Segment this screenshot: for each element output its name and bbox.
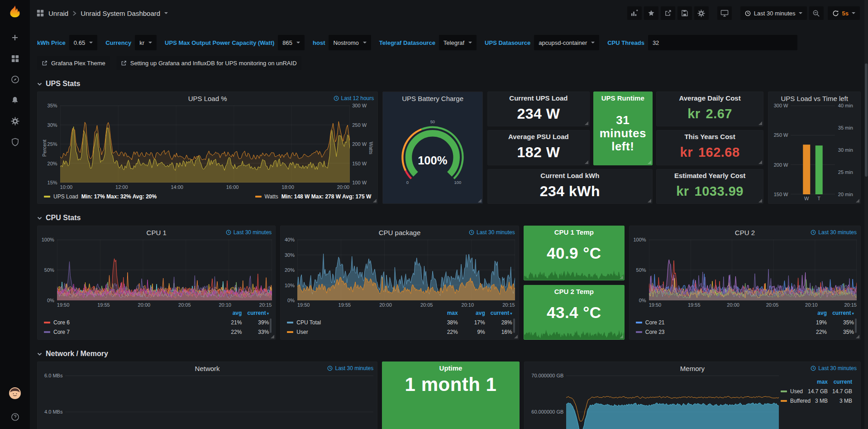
legend-series[interactable]: WattsMin: 148 W Max: 278 W Avg: 175 W	[255, 193, 372, 200]
legend-series[interactable]: UPS LoadMin: 17% Max: 32% Avg: 20%	[44, 193, 157, 200]
panel-resize-handle[interactable]	[620, 335, 623, 338]
legend-series[interactable]: Core 722%33%	[44, 327, 269, 337]
panel-resize-handle[interactable]	[856, 335, 859, 338]
plot-area[interactable]	[297, 240, 515, 300]
caret-down-icon[interactable]	[164, 12, 168, 14]
panel-title[interactable]: Average Daily Cost	[657, 94, 763, 102]
time-range-badge[interactable]: Last 12 hours	[334, 95, 374, 101]
dashboard-link-plex-theme[interactable]: Grafana Plex Theme	[37, 56, 110, 70]
graph-canvas[interactable]	[60, 106, 350, 183]
time-range-badge[interactable]: Last 30 minutes	[469, 229, 515, 236]
battery-gauge[interactable]: 050100100%	[383, 105, 482, 203]
cpu2-chart[interactable]: 100%50%0%19:5019:5520:0020:0520:1020:15a…	[630, 239, 860, 339]
variable-dropdown[interactable]: 0.65	[69, 35, 97, 50]
ups-bar-chart[interactable]: 300 W250 W200 W150 WWT40 min35 min30 min…	[768, 105, 860, 203]
plot-area[interactable]	[649, 240, 857, 300]
panel-resize-handle[interactable]	[514, 335, 518, 338]
add-panel-button[interactable]	[627, 6, 642, 20]
legend-column-max[interactable]: max	[431, 310, 458, 316]
user-avatar[interactable]	[5, 385, 25, 402]
refresh-picker[interactable]: 5s	[828, 6, 860, 20]
legend-series[interactable]: User22%9%16%	[287, 327, 512, 337]
panel-resize-handle[interactable]	[478, 199, 482, 202]
panel-title[interactable]: CPU 1 Temp	[524, 228, 624, 236]
variable-dropdown[interactable]: Telegraf	[439, 35, 477, 50]
sidebar-item-dashboards[interactable]	[5, 50, 25, 67]
zoom-out-button[interactable]	[809, 6, 824, 20]
legend-series[interactable]: Core 621%39%	[44, 318, 269, 327]
grafana-logo[interactable]	[8, 5, 22, 18]
memory-chart[interactable]: 70.000000 GB60.000000 GB50.000000 GBmaxc…	[525, 375, 860, 429]
row-toggle-network-memory[interactable]: Network / Memory	[37, 347, 861, 361]
ups-load-chart[interactable]: Percent35%30%25%20%15%10:0012:0014:0016:…	[38, 105, 377, 203]
variable-dropdown[interactable]: 865	[278, 35, 305, 50]
panel-header[interactable]: CPU 1 Last 30 minutes	[38, 226, 275, 239]
panel-resize-handle[interactable]	[373, 199, 377, 202]
panel-resize-handle[interactable]	[620, 275, 623, 279]
panel-resize-handle[interactable]	[648, 160, 651, 164]
panel-title[interactable]: Uptime	[382, 364, 519, 372]
legend-series[interactable]: Used14.7 GB14.7 GB	[781, 386, 852, 396]
cycle-view-button[interactable]	[717, 6, 732, 20]
graph-canvas[interactable]	[297, 240, 515, 300]
sidebar-item-server-admin[interactable]	[5, 133, 25, 150]
time-range-badge[interactable]: Last 30 minutes	[811, 229, 857, 236]
legend-series[interactable]: Core 2322%35%	[636, 327, 854, 337]
time-range-badge[interactable]: Last 30 minutes	[327, 365, 373, 371]
legend-series[interactable]: Buffered3 MB3 MB	[781, 396, 852, 405]
panel-title[interactable]: UPS Runtime	[594, 94, 652, 102]
legend-column-current[interactable]: current▾	[827, 310, 854, 316]
sidebar-item-create[interactable]	[5, 29, 25, 46]
panel-resize-handle[interactable]	[648, 199, 651, 202]
plot-area[interactable]	[566, 376, 779, 429]
graph-canvas[interactable]	[57, 240, 272, 300]
legend-column-avg[interactable]: avg	[215, 310, 242, 316]
panel-header[interactable]: CPU package Last 30 minutes	[281, 226, 518, 239]
legend-column-current[interactable]: current▾	[242, 310, 269, 316]
variable-input[interactable]: 32	[648, 35, 797, 50]
legend-column-max[interactable]: max	[803, 379, 828, 385]
scrollbar-thumb[interactable]	[865, 63, 868, 177]
variable-dropdown[interactable]: kr	[135, 35, 157, 50]
panel-title[interactable]: This Years Cost	[657, 133, 763, 140]
panel-title[interactable]: CPU 2 Temp	[524, 288, 624, 295]
share-button[interactable]	[661, 6, 675, 20]
sidebar-item-alerting[interactable]	[5, 92, 25, 109]
cpu-package-chart[interactable]: 40%30%20%10%0%19:5019:5520:0020:0520:102…	[281, 239, 518, 339]
legend-column-avg[interactable]: avg	[800, 310, 827, 316]
dashboard-grid-icon[interactable]	[36, 9, 44, 17]
graph-canvas[interactable]	[649, 240, 857, 300]
panel-resize-handle[interactable]	[758, 160, 762, 164]
panel-resize-handle[interactable]	[585, 121, 588, 125]
legend-scrollbar[interactable]	[855, 318, 857, 333]
star-button[interactable]	[644, 6, 658, 20]
page-scrollbar[interactable]	[864, 0, 868, 429]
plot-area[interactable]: WT	[791, 106, 835, 202]
legend-scrollbar[interactable]	[270, 318, 272, 333]
panel-header[interactable]: Memory Last 30 minutes	[525, 362, 860, 375]
panel-header[interactable]: UPS Load % Last 12 hours	[38, 92, 377, 105]
dashboard-settings-button[interactable]	[694, 6, 709, 20]
panel-title[interactable]: Current Load kWh	[488, 172, 652, 179]
time-range-badge[interactable]: Last 30 minutes	[811, 365, 857, 371]
graph-canvas[interactable]	[65, 376, 373, 429]
plot-area[interactable]	[57, 240, 272, 300]
cpu1-chart[interactable]: 100%50%0%19:5019:5520:0020:0520:1020:15a…	[38, 239, 275, 339]
legend-series[interactable]: CPU Total38%17%28%	[287, 318, 512, 327]
variable-dropdown[interactable]: apcupsd-container	[534, 35, 599, 50]
legend-series[interactable]: Core 2119%35%	[636, 318, 854, 327]
panel-header[interactable]: CPU 2 Last 30 minutes	[630, 226, 860, 239]
panel-header[interactable]: Network Last 30 minutes	[38, 362, 377, 375]
bar-W[interactable]	[803, 145, 811, 194]
graph-canvas[interactable]	[566, 376, 779, 429]
plot-area[interactable]	[65, 376, 373, 429]
legend-column-avg[interactable]: avg	[458, 310, 485, 316]
time-range-badge[interactable]: Last 30 minutes	[226, 229, 272, 236]
sidebar-item-explore[interactable]	[5, 71, 25, 88]
variable-dropdown[interactable]: Nostromo	[329, 35, 371, 50]
panel-title[interactable]: Estimated Yearly Cost	[657, 172, 763, 179]
panel-resize-handle[interactable]	[758, 121, 762, 125]
row-toggle-cpu-stats[interactable]: CPU Stats	[37, 211, 861, 225]
breadcrumb-folder[interactable]: Unraid	[48, 10, 68, 17]
plot-area[interactable]	[60, 106, 350, 183]
